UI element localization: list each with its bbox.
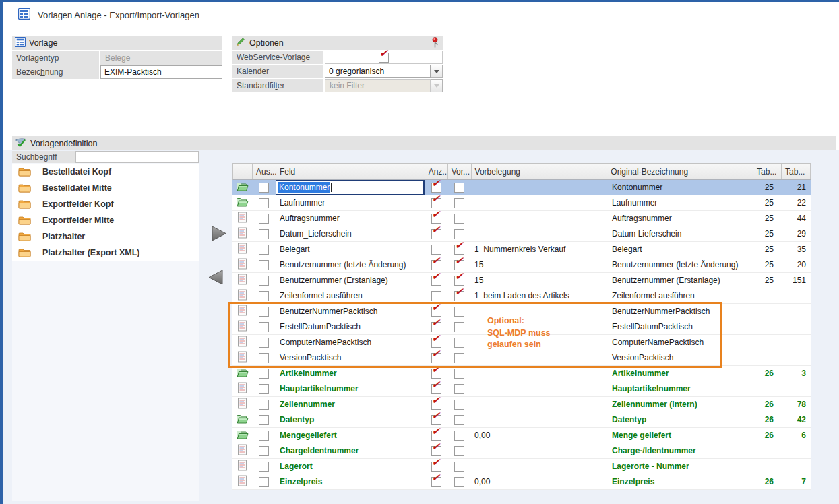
anzeigen-checkbox[interactable]: ✔ bbox=[431, 446, 441, 456]
aus-checkbox[interactable] bbox=[259, 245, 269, 255]
folder-list-item[interactable]: Platzhalter bbox=[12, 228, 199, 245]
table-row[interactable]: Zeilennummer✔Zeilennummer (intern)2678 bbox=[232, 397, 811, 412]
anzeigen-checkbox[interactable] bbox=[431, 291, 441, 301]
vorbelegung-checkbox[interactable]: ✔ bbox=[454, 291, 464, 301]
anzeigen-checkbox[interactable]: ✔ bbox=[431, 462, 441, 472]
field-name-editbox[interactable]: Kontonummer bbox=[276, 180, 425, 195]
move-right-button[interactable] bbox=[210, 224, 228, 245]
table-row[interactable]: BenutzerNummerPacktisch✔BenutzerNummerPa… bbox=[232, 304, 811, 319]
table-row[interactable]: Benutzernummer (letzte Änderung)✔✔15Benu… bbox=[232, 257, 811, 273]
column-header[interactable]: Vor... bbox=[448, 164, 472, 179]
vorbelegung-checkbox[interactable] bbox=[454, 400, 464, 410]
folder-list-item[interactable]: Exportfelder Mitte bbox=[12, 212, 199, 228]
anzeigen-checkbox[interactable] bbox=[431, 245, 441, 255]
aus-checkbox[interactable] bbox=[259, 353, 269, 363]
vorbelegung-checkbox[interactable] bbox=[454, 369, 464, 379]
bezeichnung-input[interactable] bbox=[100, 65, 222, 79]
table-row[interactable]: Mengegeliefert✔0,00Menge geliefert266 bbox=[232, 428, 811, 443]
table-row[interactable]: Datentyp✔Datentyp2642 bbox=[232, 412, 811, 428]
table-row[interactable]: Datum_Lieferschein✔Datum Lieferschein252… bbox=[232, 226, 811, 242]
vorbelegung-checkbox[interactable] bbox=[454, 183, 464, 193]
column-header[interactable]: Tab... bbox=[782, 164, 811, 179]
vorbelegung-checkbox[interactable]: ✔ bbox=[454, 276, 464, 286]
vorbelegung-checkbox[interactable] bbox=[454, 477, 464, 487]
aus-checkbox[interactable] bbox=[259, 322, 269, 332]
anzeigen-checkbox[interactable]: ✔ bbox=[431, 415, 441, 425]
aus-checkbox[interactable] bbox=[259, 338, 269, 348]
anzeigen-checkbox[interactable]: ✔ bbox=[431, 338, 441, 348]
aus-checkbox[interactable] bbox=[259, 384, 269, 394]
anzeigen-checkbox[interactable]: ✔ bbox=[431, 400, 441, 410]
anzeigen-checkbox[interactable]: ✔ bbox=[431, 229, 441, 239]
table-row[interactable]: Zeilenformel ausführen✔1 beim Laden des … bbox=[232, 288, 811, 304]
column-header[interactable]: Aus... bbox=[253, 164, 276, 179]
vorbelegung-checkbox[interactable] bbox=[454, 322, 464, 332]
table-row[interactable]: VersionPacktisch✔VersionPacktisch bbox=[232, 350, 811, 366]
table-row[interactable]: Hauptartikelnummer✔Hauptartikelnummer bbox=[232, 381, 811, 397]
table-row[interactable]: Kontonummer✔Kontonummer2521 bbox=[232, 180, 811, 195]
column-header[interactable]: Tab... bbox=[753, 164, 782, 179]
aus-checkbox[interactable] bbox=[259, 198, 269, 208]
anzeigen-checkbox[interactable]: ✔ bbox=[431, 477, 441, 487]
anzeigen-checkbox[interactable]: ✔ bbox=[431, 307, 441, 317]
folder-list-item[interactable]: Bestelldatei Mitte bbox=[12, 180, 199, 196]
aus-checkbox[interactable] bbox=[259, 415, 269, 425]
column-header[interactable]: Original-Bezeichnung bbox=[607, 164, 753, 179]
folder-list-item[interactable]: Platzhalter (Export XML) bbox=[12, 245, 199, 261]
vorbelegung-checkbox[interactable]: ✔ bbox=[454, 245, 464, 255]
vorbelegung-checkbox[interactable] bbox=[454, 214, 464, 224]
anzeigen-checkbox[interactable]: ✔ bbox=[431, 384, 441, 394]
table-row[interactable]: Lagerort✔Lagerorte - Nummer bbox=[232, 459, 811, 474]
table-row[interactable]: Artikelnummer✔Artikelnummer263 bbox=[232, 366, 811, 381]
table-row[interactable]: Auftragsnummer✔Auftragsnummer2544 bbox=[232, 211, 811, 226]
aus-checkbox[interactable] bbox=[259, 260, 269, 270]
folder-list-item[interactable]: Exportfelder Kopf bbox=[12, 196, 199, 212]
aus-checkbox[interactable] bbox=[259, 276, 269, 286]
aus-checkbox[interactable] bbox=[259, 431, 269, 441]
vorbelegung-checkbox[interactable] bbox=[454, 384, 464, 394]
kalender-select[interactable]: 0 gregorianisch bbox=[325, 65, 431, 78]
pin-icon[interactable] bbox=[431, 37, 439, 51]
column-header[interactable]: Feld bbox=[276, 164, 425, 179]
aus-checkbox[interactable] bbox=[259, 307, 269, 317]
vorbelegung-checkbox[interactable] bbox=[454, 462, 464, 472]
vorbelegung-checkbox[interactable] bbox=[454, 229, 464, 239]
vorbelegung-checkbox[interactable]: ✔ bbox=[454, 260, 464, 270]
aus-checkbox[interactable] bbox=[259, 446, 269, 456]
anzeigen-checkbox[interactable]: ✔ bbox=[431, 183, 441, 193]
aus-checkbox[interactable] bbox=[259, 477, 269, 487]
vorbelegung-checkbox[interactable] bbox=[454, 307, 464, 317]
table-row[interactable]: ChargeIdentnummer✔Charge-/Identnummer bbox=[232, 443, 811, 459]
anzeigen-checkbox[interactable]: ✔ bbox=[431, 322, 441, 332]
anzeigen-checkbox[interactable]: ✔ bbox=[431, 353, 441, 363]
anzeigen-checkbox[interactable]: ✔ bbox=[431, 431, 441, 441]
move-left-button[interactable] bbox=[207, 268, 225, 288]
table-row[interactable]: Einzelpreis✔0,00Einzelpreis267 bbox=[232, 474, 811, 490]
aus-checkbox[interactable] bbox=[259, 229, 269, 239]
webservice-vorlage-checkbox[interactable]: ✔ bbox=[379, 53, 389, 63]
column-header[interactable]: Anz... bbox=[425, 164, 448, 179]
table-row[interactable]: Benutzernummer (Erstanlage)✔✔15Benutzern… bbox=[232, 273, 811, 288]
anzeigen-checkbox[interactable]: ✔ bbox=[431, 214, 441, 224]
kalender-dropdown-button[interactable] bbox=[431, 65, 443, 78]
vorbelegung-checkbox[interactable] bbox=[454, 446, 464, 456]
column-header[interactable]: Vorbelegung bbox=[472, 164, 608, 179]
vorbelegung-checkbox[interactable] bbox=[454, 415, 464, 425]
folder-list-item[interactable]: Bestelldatei Kopf bbox=[12, 164, 199, 180]
aus-checkbox[interactable] bbox=[259, 214, 269, 224]
aus-checkbox[interactable] bbox=[259, 291, 269, 301]
aus-checkbox[interactable] bbox=[259, 462, 269, 472]
vorbelegung-checkbox[interactable] bbox=[454, 338, 464, 348]
anzeigen-checkbox[interactable]: ✔ bbox=[431, 260, 441, 270]
anzeigen-checkbox[interactable]: ✔ bbox=[431, 276, 441, 286]
aus-checkbox[interactable] bbox=[259, 369, 269, 379]
vorbelegung-checkbox[interactable] bbox=[454, 198, 464, 208]
suchbegriff-input[interactable] bbox=[75, 151, 199, 163]
aus-checkbox[interactable] bbox=[259, 400, 269, 410]
table-row[interactable]: Belegart✔1 Nummernkreis VerkaufBelegart2… bbox=[232, 242, 811, 257]
table-row[interactable]: ErstellDatumPacktisch✔ErstellDatumPackti… bbox=[232, 319, 811, 335]
vorbelegung-checkbox[interactable] bbox=[454, 353, 464, 363]
anzeigen-checkbox[interactable]: ✔ bbox=[431, 198, 441, 208]
anzeigen-checkbox[interactable]: ✔ bbox=[431, 369, 441, 379]
table-row[interactable]: ComputerNamePacktisch✔ComputerNamePackti… bbox=[232, 335, 811, 350]
